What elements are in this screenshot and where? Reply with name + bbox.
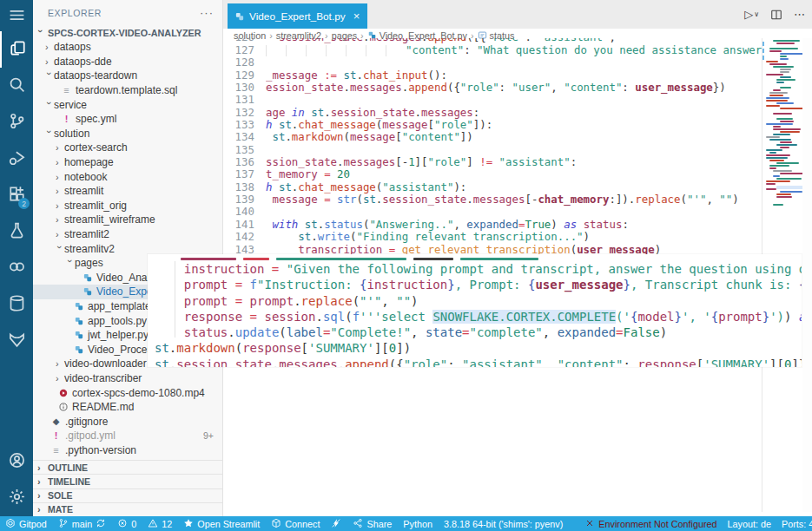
text-file-icon: ≡ bbox=[50, 444, 62, 456]
code-line-130[interactable]: 130ession_state.messages.append({"role":… bbox=[223, 82, 762, 94]
minimap-line bbox=[776, 144, 797, 146]
code-line-135[interactable]: 135 bbox=[223, 144, 762, 156]
statusbar-item-share[interactable]: Share bbox=[353, 518, 392, 530]
code-line-141[interactable]: 141 with st.status("Answering..", expand… bbox=[223, 219, 762, 231]
tree-item-streamlit-wireframe[interactable]: ›streamlit_wireframe bbox=[33, 213, 222, 227]
sidebar-panel-timeline[interactable]: ›TIMELINE bbox=[33, 474, 222, 488]
code-line-content bbox=[266, 144, 762, 156]
sidebar-panel-sole[interactable]: ›SOLE bbox=[33, 488, 222, 502]
activitybar-item[interactable] bbox=[0, 443, 33, 480]
minimap-line bbox=[766, 149, 782, 151]
activitybar-item[interactable] bbox=[0, 323, 33, 359]
sidebar-panel-outline[interactable]: ›OUTLINE bbox=[33, 460, 222, 474]
minimap-line bbox=[780, 191, 802, 193]
tree-item-solution[interactable]: ›solution bbox=[33, 127, 222, 141]
chevron-down-icon: › bbox=[36, 30, 46, 38]
tree-item-dataops-dde[interactable]: ›dataops-dde bbox=[33, 55, 222, 69]
split-editor-button[interactable] bbox=[770, 9, 782, 21]
tree-root-folder[interactable]: › SPCS-CORTEX-VIDEO-ANALYZER bbox=[33, 25, 222, 40]
tree-item-readme-md[interactable]: README.md bbox=[33, 400, 222, 415]
activitybar-item[interactable] bbox=[0, 480, 33, 516]
statusbar-item-connect[interactable]: Connect bbox=[271, 518, 320, 530]
tab-video-expert-bot[interactable]: Video_Expert_Bot.py × bbox=[228, 3, 367, 29]
tree-item-streamlit2[interactable]: ›streamlit2 bbox=[33, 227, 222, 242]
activitybar-item[interactable] bbox=[0, 250, 33, 286]
statusbar-item-0[interactable]: 0 bbox=[117, 518, 136, 530]
tree-item-dataops[interactable]: ›dataops bbox=[33, 40, 222, 55]
code-line-content: st.write("Finding relevant transcription… bbox=[266, 231, 762, 243]
tree-item--python-version[interactable]: ≡.python-version bbox=[33, 443, 222, 458]
activitybar-item[interactable] bbox=[0, 213, 33, 250]
chevron-right-icon: › bbox=[45, 42, 54, 52]
statusbar-label: Layout: de bbox=[728, 519, 771, 529]
statusbar-item-ports-46319[interactable]: Ports: 46319 bbox=[782, 519, 812, 529]
activitybar-item[interactable] bbox=[0, 104, 33, 141]
run-button[interactable]: ▷∨ bbox=[744, 8, 759, 21]
statusbar-item-open-streamlit[interactable]: Open Streamlit bbox=[183, 518, 260, 530]
code-line-128[interactable]: 128 bbox=[223, 56, 762, 69]
code-area[interactable]: 126 session_state.messages.append([{"rol… bbox=[223, 38, 762, 256]
more-actions-icon[interactable]: ⋯ bbox=[794, 8, 805, 21]
python-file-icon bbox=[73, 344, 84, 355]
activitybar-item-explorer[interactable] bbox=[0, 31, 33, 68]
tree-item-dataops-teardown[interactable]: ›dataops-teardown bbox=[33, 69, 222, 83]
code-line-133[interactable]: 133h st.chat_message(message["role"]): bbox=[223, 119, 762, 131]
tree-item-teardown-template-sql[interactable]: ≡teardown.template.sql bbox=[33, 83, 222, 98]
tree-item-label: video-downloader bbox=[64, 357, 147, 370]
indent-guide bbox=[346, 45, 366, 56]
tree-item-notebook[interactable]: ›notebook bbox=[33, 169, 222, 184]
code-line-131[interactable]: 131 bbox=[223, 94, 762, 106]
statusbar-label: Connect bbox=[285, 519, 320, 529]
readme-info-icon bbox=[57, 402, 69, 413]
activitybar-item[interactable] bbox=[0, 2, 33, 31]
chevron-right-icon: › bbox=[56, 172, 64, 182]
tree-item-spec-yml[interactable]: !spec.yml bbox=[33, 112, 222, 127]
sidebar-panel-mate[interactable]: ›MATE bbox=[33, 502, 222, 516]
minimap-line bbox=[780, 141, 792, 143]
code-line-129[interactable]: 129_message := st.chat_input(): bbox=[223, 69, 762, 82]
tree-item-streamlit-orig[interactable]: ›streamlit_orig bbox=[33, 199, 222, 213]
statusbar-item-12[interactable]: 12 bbox=[148, 518, 172, 530]
activitybar-item[interactable] bbox=[0, 141, 33, 177]
code-line-142[interactable]: 142 st.write("Finding relevant transcrip… bbox=[223, 231, 762, 243]
tree-item-cortex-spcs-demo-1080-mp4[interactable]: cortex-spcs-demo-1080.mp4 bbox=[33, 385, 222, 400]
tree-item-service[interactable]: ›service bbox=[33, 97, 222, 112]
code-line-134[interactable]: 134 st.markdown(message["content"]) bbox=[223, 131, 762, 143]
code-line-138[interactable]: 138h st.chat_message("assistant"): bbox=[223, 181, 762, 193]
line-number: 132 bbox=[223, 107, 254, 119]
statusbar-item-3-8-18-64-bit-shims-pyenv[interactable]: 3.8.18 64-bit ('shims': pyenv) bbox=[444, 519, 563, 529]
statusbar-item-environment-not-configured[interactable]: Environment Not Configured bbox=[584, 518, 716, 530]
sidebar-more-actions-icon[interactable]: ··· bbox=[200, 6, 214, 19]
activitybar-item[interactable]: 2 bbox=[0, 177, 33, 213]
tree-item-homepage[interactable]: ›homepage bbox=[33, 155, 222, 170]
code-line-137[interactable]: 137t_memory = 20 bbox=[223, 168, 762, 180]
statusbar-item-main[interactable]: main bbox=[58, 518, 106, 530]
statusbar-item-zap-slash-icon[interactable] bbox=[331, 518, 341, 530]
statusbar-item-layout-de[interactable]: Layout: de bbox=[728, 519, 771, 529]
close-icon[interactable]: × bbox=[353, 10, 360, 23]
explorer-icon bbox=[9, 39, 27, 61]
chevron-right-icon: › bbox=[56, 142, 64, 153]
magnified-code-line-6: st.markdown(response['SUMMARY'][0]) bbox=[155, 340, 802, 356]
code-line-136[interactable]: 136ssion_state.messages[-1]["role"] != "… bbox=[223, 156, 762, 168]
tree-item-cortex-search[interactable]: ›cortex-search bbox=[33, 141, 222, 155]
code-line-132[interactable]: 132age in st.session_state.messages: bbox=[223, 107, 762, 119]
minimap-line bbox=[766, 188, 776, 190]
tree-item-label: solution bbox=[54, 128, 89, 140]
tree-item-video-transcriber[interactable]: ›video-transcriber bbox=[33, 371, 222, 386]
minimap-line bbox=[776, 193, 791, 195]
code-line-126[interactable]: 126 session_state.messages.append([{"rol… bbox=[223, 38, 762, 43]
tree-item--gitignore[interactable]: ◆.gitignore bbox=[33, 414, 222, 429]
editor-scrollbar[interactable] bbox=[802, 38, 812, 512]
code-line-140[interactable]: 140 bbox=[223, 206, 762, 218]
tree-item-streamlit[interactable]: ›streamlit bbox=[33, 184, 222, 199]
tree-item--gitpod-yml[interactable]: !.gitpod.yml9+ bbox=[33, 429, 222, 443]
statusbar-item-gitpod[interactable]: Gitpod bbox=[5, 518, 47, 530]
code-line-139[interactable]: 139 message = str(st.session_state.messa… bbox=[223, 193, 762, 206]
minimap-line bbox=[766, 123, 793, 125]
activitybar-item[interactable] bbox=[0, 286, 33, 323]
code-line-127[interactable]: 127"content": "What question do you need… bbox=[223, 44, 762, 56]
status-bar-left: Gitpodmain012Open StreamlitConnectShareP… bbox=[5, 518, 574, 530]
activitybar-item[interactable] bbox=[0, 68, 33, 104]
statusbar-item-python[interactable]: Python bbox=[403, 519, 432, 529]
